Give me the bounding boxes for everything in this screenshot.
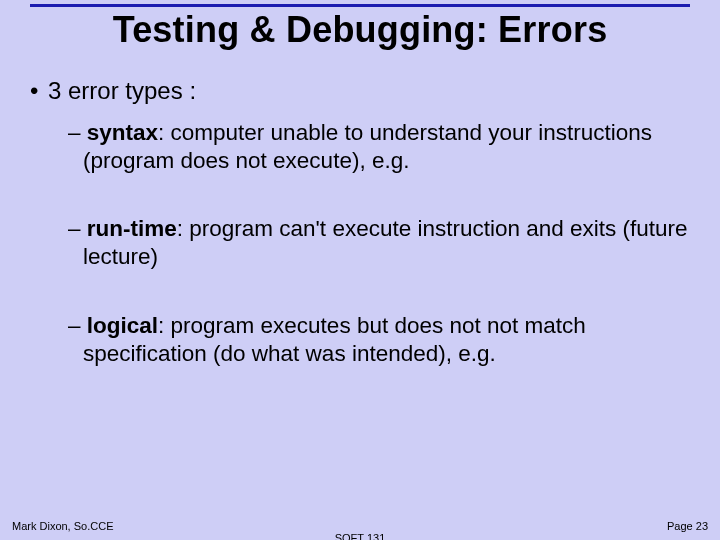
- sub-item: – syntax: computer unable to understand …: [68, 119, 690, 175]
- term: run-time: [87, 216, 177, 241]
- term-desc: : program executes but does not not matc…: [83, 313, 586, 366]
- title-rule: [30, 4, 690, 7]
- footer-left: Mark Dixon, So.CCE: [12, 520, 113, 532]
- dash-icon: –: [68, 216, 87, 241]
- slide: Testing & Debugging: Errors •3 error typ…: [0, 0, 720, 540]
- bullet-heading: •3 error types :: [30, 77, 690, 105]
- heading-text: 3 error types :: [48, 77, 196, 104]
- term: logical: [87, 313, 158, 338]
- bullet-icon: •: [30, 77, 48, 105]
- footer-center: SOFT 131: [0, 532, 720, 540]
- term-desc: : computer unable to understand your ins…: [83, 120, 652, 173]
- dash-icon: –: [68, 120, 87, 145]
- slide-title: Testing & Debugging: Errors: [30, 9, 690, 55]
- title-area: Testing & Debugging: Errors: [0, 0, 720, 55]
- term: syntax: [87, 120, 158, 145]
- slide-body: •3 error types : – syntax: computer unab…: [0, 55, 720, 368]
- sub-item: – run-time: program can't execute instru…: [68, 215, 690, 271]
- dash-icon: –: [68, 313, 87, 338]
- footer-right: Page 23: [667, 520, 708, 532]
- sub-item: – logical: program executes but does not…: [68, 312, 690, 368]
